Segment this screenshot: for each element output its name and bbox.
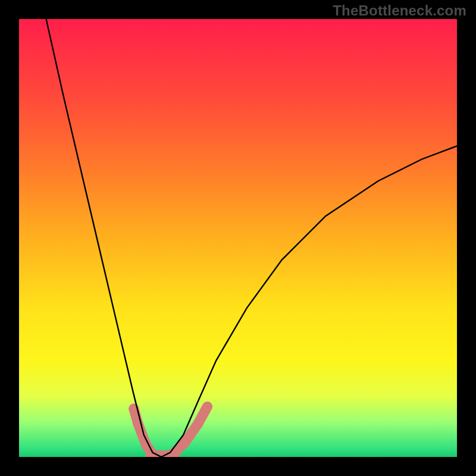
highlight-dot <box>202 402 212 412</box>
plot-area <box>19 19 457 457</box>
bottleneck-curve <box>46 19 457 457</box>
chart-frame: TheBottleneck.com <box>0 0 476 476</box>
highlight-dot <box>193 419 203 429</box>
watermark-text: TheBottleneck.com <box>333 2 466 19</box>
highlight-dot <box>180 438 190 448</box>
curve-layer <box>19 19 457 457</box>
highlight-dot <box>141 440 151 450</box>
highlight-band <box>129 402 212 457</box>
